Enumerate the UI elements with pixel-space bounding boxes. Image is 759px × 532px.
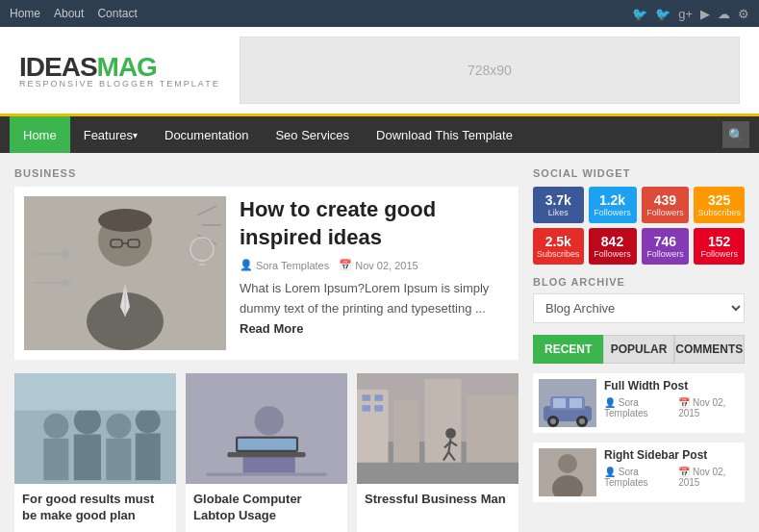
sidebar-post-1-content: Full Width Post 👤 Sora Templates 📅 Nov 0… (604, 379, 739, 427)
sidebar-tabs: RECENT POPULAR COMMENTS (533, 335, 745, 364)
grid-post-3-image (357, 373, 519, 484)
facebook-top-icon[interactable]: 🐦 (632, 7, 647, 21)
twitter-count: 1.2k (593, 192, 633, 208)
featured-post-author: 👤 Sora Templates (240, 259, 329, 271)
social-box-instagram[interactable]: 746 Followers (642, 228, 690, 265)
social-box-pinterest[interactable]: 842 Followers (589, 228, 637, 265)
sidebar-post-2-author: 👤 Sora Templates (604, 467, 672, 488)
social-widget-label: SOCIAL WIDGET (533, 167, 745, 179)
svg-point-60 (579, 418, 585, 424)
sidebar: SOCIAL WIDGET 3.7k Likes 1.2k Followers … (533, 167, 745, 532)
cloud-top-icon[interactable]: ☁ (718, 7, 730, 21)
svg-rect-41 (467, 394, 519, 462)
top-bar: Home About Contact 🐦 🐦 g+ ▶ ☁ ⚙ (0, 0, 759, 27)
svg-point-24 (106, 414, 131, 439)
sidebar-post-2-meta: 👤 Sora Templates 📅 Nov 02, 2015 (604, 467, 739, 488)
top-nav-contact[interactable]: Contact (97, 7, 137, 20)
nav-seo-services[interactable]: Seo Services (262, 116, 363, 153)
svg-point-20 (43, 414, 68, 439)
blog-archive-label: BLOG ARCHIVE (533, 276, 745, 288)
top-social-icons: 🐦 🐦 g+ ▶ ☁ ⚙ (632, 7, 749, 21)
pinterest-label: Followers (593, 249, 633, 259)
sidebar-post-1-meta: 👤 Sora Templates 📅 Nov 02, 2015 (604, 397, 739, 418)
featured-post-content: How to create good inspired ideas 👤 Sora… (240, 196, 509, 350)
grid-post-2-title: Globale Computer Labtop Usage (186, 484, 347, 532)
sidebar-post-2: Right Sidebar Post 👤 Sora Templates 📅 No… (533, 443, 745, 502)
svg-point-46 (445, 428, 456, 439)
googleplus-count: 439 (645, 192, 686, 208)
sidebar-post-2-content: Right Sidebar Post 👤 Sora Templates 📅 No… (604, 448, 739, 496)
sidebar-post-2-image (539, 448, 596, 496)
sidebar-post-2-date: 📅 Nov 02, 2015 (678, 467, 739, 488)
svg-rect-45 (374, 405, 383, 412)
social-widget-grid: 3.7k Likes 1.2k Followers 439 Followers … (533, 187, 745, 265)
social-box-youtube[interactable]: 2.5k Subscribes (533, 228, 584, 265)
grid-post-3: Stressful Business Man (357, 373, 519, 532)
grid-post-1-image (14, 373, 176, 484)
featured-post-date: 📅 Nov 02, 2015 (339, 259, 417, 271)
svg-rect-38 (357, 390, 389, 463)
instagram-label: Followers (645, 249, 686, 259)
svg-point-30 (255, 406, 284, 435)
grid-post-1-title: For good results must be make good plan (14, 484, 176, 532)
nav-features[interactable]: Features (70, 116, 151, 153)
social-box-twitter[interactable]: 1.2k Followers (589, 187, 637, 223)
svg-rect-28 (14, 373, 176, 411)
twitter-top-icon[interactable]: 🐦 (655, 7, 670, 21)
read-more-link[interactable]: Read More (240, 321, 303, 336)
nav-download[interactable]: Download This Template (363, 116, 526, 153)
settings-top-icon[interactable]: ⚙ (738, 7, 749, 21)
grid-post-2-image (186, 373, 347, 484)
svg-point-22 (74, 407, 101, 434)
svg-rect-25 (106, 439, 131, 480)
svg-rect-23 (74, 434, 101, 480)
tab-recent[interactable]: RECENT (533, 335, 603, 364)
svg-point-12 (98, 209, 152, 232)
social-box-rss[interactable]: 325 Subscribes (694, 187, 745, 223)
top-navigation: Home About Contact (10, 7, 138, 20)
nav-documentation[interactable]: Documentation (151, 116, 262, 153)
social-box-pn[interactable]: 152 Followers (694, 228, 745, 265)
posts-grid: For good results must be make good plan (14, 373, 519, 532)
grid-post-2: Globale Computer Labtop Usage (186, 373, 347, 532)
social-box-googleplus[interactable]: 439 Followers (642, 187, 690, 223)
sidebar-post-1-date: 📅 Nov 02, 2015 (678, 397, 739, 418)
featured-post-meta: 👤 Sora Templates 📅 Nov 02, 2015 (240, 259, 509, 271)
logo: IDEASMAG RESPONSIVE BLOGGER TEMPLATE (19, 52, 220, 89)
pn-count: 152 (697, 234, 741, 249)
featured-post: How to create good inspired ideas 👤 Sora… (14, 187, 519, 360)
svg-rect-56 (569, 398, 582, 408)
main-layout: BUSINESS (0, 153, 759, 532)
twitter-label: Followers (593, 208, 633, 217)
sidebar-post-1: Full Width Post 👤 Sora Templates 📅 Nov 0… (533, 373, 745, 433)
youtube-count: 2.5k (537, 234, 580, 249)
blog-archive-select[interactable]: Blog Archive (533, 293, 745, 323)
logo-subtitle: RESPONSIVE BLOGGER TEMPLATE (19, 79, 220, 89)
googleplus-top-icon[interactable]: g+ (678, 7, 693, 21)
grid-post-1: For good results must be make good plan (14, 373, 176, 532)
content-area: BUSINESS (14, 167, 519, 532)
featured-post-excerpt: What is Lorem Ipsum?Lorem Ipsum is simpl… (240, 279, 509, 339)
svg-point-62 (558, 454, 577, 473)
googleplus-label: Followers (645, 208, 686, 217)
svg-rect-55 (553, 398, 566, 408)
svg-rect-40 (424, 379, 461, 463)
svg-rect-27 (136, 433, 161, 480)
search-button[interactable]: 🔍 (722, 121, 749, 148)
nav-home[interactable]: Home (10, 116, 70, 153)
social-box-facebook[interactable]: 3.7k Likes (533, 187, 584, 223)
youtube-label: Subscribes (537, 249, 580, 259)
rss-label: Subscribes (697, 208, 741, 217)
header: IDEASMAG RESPONSIVE BLOGGER TEMPLATE 728… (0, 27, 759, 116)
youtube-top-icon[interactable]: ▶ (700, 7, 710, 21)
featured-post-image (24, 196, 226, 350)
sidebar-post-1-author: 👤 Sora Templates (604, 397, 672, 418)
tab-comments[interactable]: COMMENTS (674, 335, 745, 364)
header-ad-banner: 728x90 (240, 37, 740, 104)
top-nav-about[interactable]: About (54, 7, 84, 20)
tab-popular[interactable]: POPULAR (603, 335, 673, 364)
grid-post-3-title: Stressful Business Man (357, 484, 519, 516)
svg-point-26 (136, 408, 161, 433)
section-label: BUSINESS (14, 167, 519, 179)
top-nav-home[interactable]: Home (10, 7, 40, 20)
